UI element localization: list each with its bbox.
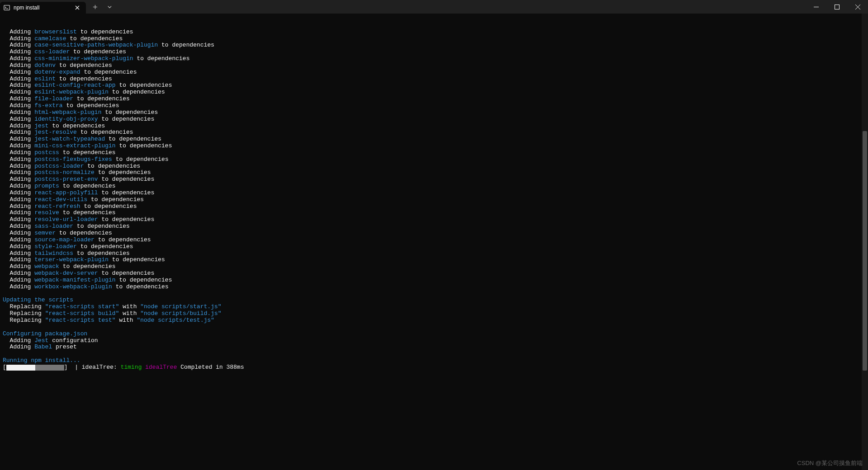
output-line: Adding fs-extra to dependencies <box>3 103 865 109</box>
output-line: Adding case-sensitive-paths-webpack-plug… <box>3 42 865 49</box>
output-line: Adding dotenv-expand to dependencies <box>3 69 865 76</box>
output-line: Adding webpack-dev-server to dependencie… <box>3 270 865 277</box>
output-line: Adding terser-webpack-plugin to dependen… <box>3 257 865 263</box>
minimize-button[interactable] <box>806 0 826 14</box>
output-line: Adding Jest configuration <box>3 338 865 344</box>
output-line: Adding react-refresh to dependencies <box>3 203 865 210</box>
output-line: Adding css-minimizer-webpack-plugin to d… <box>3 56 865 62</box>
output-line: Adding style-loader to dependencies <box>3 244 865 250</box>
output-line: Adding tailwindcss to dependencies <box>3 250 865 257</box>
output-line: Adding Babel preset <box>3 344 865 351</box>
terminal-output[interactable]: Adding browserslist to dependencies Addi… <box>0 14 868 470</box>
output-line: Adding eslint to dependencies <box>3 76 865 83</box>
output-line: Adding mini-css-extract-plugin to depend… <box>3 143 865 150</box>
tab-dropdown-button[interactable] <box>103 1 116 13</box>
window-titlebar: npm install <box>0 0 868 14</box>
output-line: Adding postcss to dependencies <box>3 150 865 156</box>
output-line: Adding html-webpack-plugin to dependenci… <box>3 109 865 116</box>
output-line: Adding css-loader to dependencies <box>3 49 865 56</box>
output-line: Adding dotenv to dependencies <box>3 62 865 69</box>
output-line: Replacing "react-scripts build" with "no… <box>3 310 865 317</box>
output-line: Adding eslint-webpack-plugin to dependen… <box>3 89 865 96</box>
output-line: Adding resolve to dependencies <box>3 210 865 216</box>
output-line: Adding sass-loader to dependencies <box>3 223 865 230</box>
scrollbar-thumb[interactable] <box>863 131 867 371</box>
output-line <box>3 351 865 357</box>
output-line: Adding postcss-loader to dependencies <box>3 163 865 170</box>
output-line: Adding postcss-preset-env to dependencie… <box>3 176 865 183</box>
output-line: Adding source-map-loader to dependencies <box>3 237 865 244</box>
output-line: Replacing "react-scripts test" with "nod… <box>3 317 865 324</box>
output-line: Adding identity-obj-proxy to dependencie… <box>3 116 865 123</box>
output-line <box>3 291 865 297</box>
output-line <box>3 324 865 331</box>
tab-actions <box>86 0 116 14</box>
terminal-tab[interactable]: npm install <box>0 2 86 14</box>
new-tab-button[interactable] <box>89 1 101 13</box>
tab-close-button[interactable] <box>73 4 81 12</box>
watermark-text: CSDN @某公司摸鱼前端 <box>797 459 863 467</box>
svg-rect-7 <box>835 5 839 9</box>
titlebar-spacer <box>116 0 806 14</box>
tab-title: npm install <box>14 5 70 11</box>
output-line: Adding eslint-config-react-app to depend… <box>3 82 865 89</box>
output-line: Adding jest to dependencies <box>3 123 865 130</box>
output-line: Adding jest-watch-typeahead to dependenc… <box>3 136 865 143</box>
output-line: Adding react-dev-utils to dependencies <box>3 197 865 203</box>
output-line: Adding browserslist to dependencies <box>3 29 865 36</box>
output-line: Configuring package.json <box>3 331 865 338</box>
window-controls <box>806 0 868 14</box>
scrollbar-track[interactable] <box>862 14 868 470</box>
output-line: Adding resolve-url-loader to dependencie… <box>3 216 865 223</box>
output-line: [] | idealTree: timing idealTree Complet… <box>3 364 865 371</box>
output-line: Adding jest-resolve to dependencies <box>3 129 865 136</box>
output-line: Adding webpack-manifest-plugin to depend… <box>3 277 865 284</box>
output-line: Adding file-loader to dependencies <box>3 96 865 103</box>
output-line: Adding postcss-normalize to dependencies <box>3 169 865 176</box>
output-line: Adding react-app-polyfill to dependencie… <box>3 190 865 197</box>
close-window-button[interactable] <box>847 0 868 14</box>
output-line: Updating the scripts <box>3 297 865 304</box>
terminal-icon <box>4 5 10 11</box>
output-line: Replacing "react-scripts start" with "no… <box>3 304 865 310</box>
output-line: Adding postcss-flexbugs-fixes to depende… <box>3 156 865 163</box>
output-line: Adding workbox-webpack-plugin to depende… <box>3 284 865 291</box>
maximize-button[interactable] <box>826 0 847 14</box>
output-line: Adding prompts to dependencies <box>3 183 865 190</box>
output-line: Adding semver to dependencies <box>3 230 865 237</box>
output-line: Running npm install... <box>3 357 865 364</box>
output-line: Adding camelcase to dependencies <box>3 36 865 42</box>
svg-rect-0 <box>4 5 9 10</box>
output-line: Adding webpack to dependencies <box>3 263 865 270</box>
